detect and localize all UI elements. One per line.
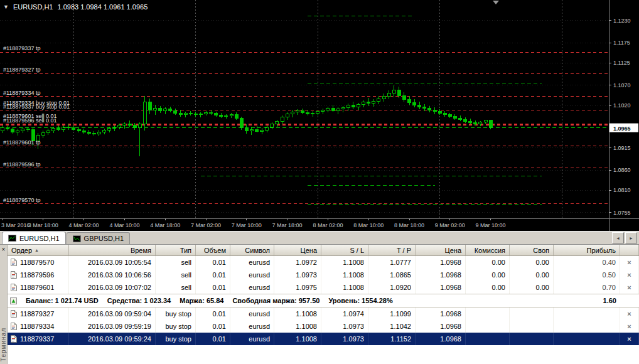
chart-thumbnail-icon [73,235,81,242]
tab-eurusd-h1[interactable]: EURUSD,H1 [2,232,66,244]
order-cell-symbol: eurusd [230,320,274,333]
close-order-button[interactable]: × [620,269,639,281]
order-document-icon [10,323,17,330]
open-order-row-118879596[interactable]: 1188795962016.03.09 10:06:56sell0.01euru… [8,269,639,281]
close-order-button[interactable]: × [620,320,639,333]
pending-order-row-118879334[interactable]: 1188793342016.03.09 09:59:19buy stop0.01… [8,320,639,333]
column-header-symbol[interactable]: Символ [230,245,274,255]
order-cell-type: sell [156,281,196,294]
order-cell-swap [510,320,554,333]
column-header-profit[interactable]: Прибыль [554,245,620,255]
svg-text:1.1125: 1.1125 [613,60,630,66]
order-ticket-cell: 118879334 [8,320,69,333]
chart-window: #118879337 tp#118879327 tp#118879334 tp#… [0,0,639,231]
order-cell-sl: 1.0973 [321,320,368,333]
column-header-type[interactable]: Тип [156,245,196,255]
pending-order-row-118879337[interactable]: 1188793372016.03.09 09:59:24buy stop0.01… [8,333,639,345]
order-cell-commission [466,308,510,320]
order-cell-commission: 0.00 [466,281,510,294]
order-cell-price: 1.1008 [274,333,321,345]
svg-text:4 Mar 02:00: 4 Mar 02:00 [69,222,99,228]
svg-text:7 Mar 02:00: 7 Mar 02:00 [191,222,221,228]
order-cell-price-current: 1.0968 [416,333,466,345]
column-header-sl[interactable]: S / L [321,245,368,255]
order-cell-volume: 0.01 [196,281,230,294]
svg-text:7 Mar 18:00: 7 Mar 18:00 [272,222,303,228]
svg-text:#118879337 buy stop 0.01: #118879337 buy stop 0.01 [3,104,70,110]
order-cell-commission: 0.00 [466,269,510,281]
order-cell-price: 1.1008 [274,308,321,320]
order-cell-profit [554,308,620,320]
svg-text:#118879337 tp: #118879337 tp [3,45,40,51]
column-header-price-current[interactable]: Цена [416,245,466,255]
order-cell-tp: 1.1099 [368,308,416,320]
equity-amount: Средства: 1 023.34 [107,297,171,304]
order-cell-type: buy stop [156,308,196,320]
svg-text:1.1070: 1.1070 [613,82,631,88]
order-cell-sl: 1.0974 [321,308,368,320]
order-ticket: 118879596 [20,269,54,281]
svg-text:1.0915: 1.0915 [613,145,631,151]
close-order-button[interactable]: × [620,308,639,320]
sort-ascending-icon: ▲ [35,248,39,252]
svg-text:9 Mar 02:00: 9 Mar 02:00 [435,222,465,228]
column-header-volume[interactable]: Объем [196,245,230,255]
column-header-swap[interactable]: Своп [510,245,554,255]
tab-gbpusd-h1[interactable]: GBPUSD,H1 [67,232,131,244]
order-document-icon [10,271,17,279]
terminal-side-strip: × Терминал [0,245,8,364]
order-cell-sl: 1.1008 [321,269,368,281]
order-cell-volume: 0.01 [196,308,230,320]
order-cell-commission [466,320,510,333]
close-order-button[interactable]: × [620,281,639,294]
order-cell-swap [510,333,554,345]
chart-ohlc-values: 1.0983 1.0984 1.0961 1.0965 [58,3,148,11]
order-cell-profit: 0.50 [554,269,620,281]
balance-row[interactable]: Баланс: 1 021.74 USDСредства: 1 023.34Ма… [8,294,639,308]
order-cell-sl: 1.1008 [321,281,368,294]
balance-icon [10,297,17,304]
svg-text:3 Mar 18:00: 3 Mar 18:00 [28,222,58,228]
open-order-row-118879570[interactable]: 1188795702016.03.09 10:05:54sell0.01euru… [8,256,639,269]
order-ticket: 118879601 [20,281,54,294]
order-cell-type: sell [156,256,196,269]
column-header-label: T / P [397,247,411,254]
column-header-tp[interactable]: T / P [368,245,416,255]
column-header-time[interactable]: Время [69,245,156,255]
balance-amount: Баланс: 1 021.74 USD [26,297,99,304]
order-cell-symbol: eurusd [230,269,274,281]
close-order-button[interactable]: × [620,333,639,345]
column-header-order[interactable]: Ордер▲ [8,245,69,255]
tab-scroll-buttons: ◄ ► [612,232,639,244]
order-cell-price: 1.0973 [274,269,321,281]
order-cell-time: 2016.03.09 09:59:19 [69,320,156,333]
terminal-panel: × Терминал Ордер▲ВремяТипОбъемСимволЦена… [0,244,639,364]
column-header-commission[interactable]: Комиссия [466,245,510,255]
order-document-icon [10,335,17,343]
order-ticket-cell: 118879570 [8,256,69,269]
one-click-trading-toggle-icon[interactable]: ▼ [3,4,9,10]
column-header-close[interactable] [620,245,639,255]
column-header-label: Цена [445,247,461,254]
close-order-button[interactable]: × [620,256,639,269]
price-chart-canvas[interactable]: #118879337 tp#118879327 tp#118879334 tp#… [0,0,639,231]
order-cell-volume: 0.01 [196,320,230,333]
svg-text:#118879327 tp: #118879327 tp [3,67,40,73]
order-ticket-cell: 118879327 [8,308,69,320]
terminal-panel-title: Терминал [0,328,7,361]
order-cell-price: 1.1008 [274,320,321,333]
order-cell-symbol: eurusd [230,308,274,320]
terminal-close-button[interactable]: × [2,246,6,254]
column-header-price[interactable]: Цена [274,245,321,255]
order-cell-symbol: eurusd [230,256,274,269]
svg-text:1.1175: 1.1175 [613,40,630,46]
order-cell-volume: 0.01 [196,256,230,269]
order-cell-swap [510,308,554,320]
tab-scroll-right-button[interactable]: ► [625,232,637,244]
tab-scroll-left-button[interactable]: ◄ [612,232,624,244]
column-header-label: Объем [204,247,226,254]
svg-text:8 Mar 10:00: 8 Mar 10:00 [353,222,384,228]
open-order-row-118879601[interactable]: 1188796012016.03.09 10:07:02sell0.01euru… [8,281,639,294]
pending-order-row-118879327[interactable]: 1188793272016.03.09 09:59:04buy stop0.01… [8,308,639,320]
order-cell-tp: 1.0865 [368,269,416,281]
